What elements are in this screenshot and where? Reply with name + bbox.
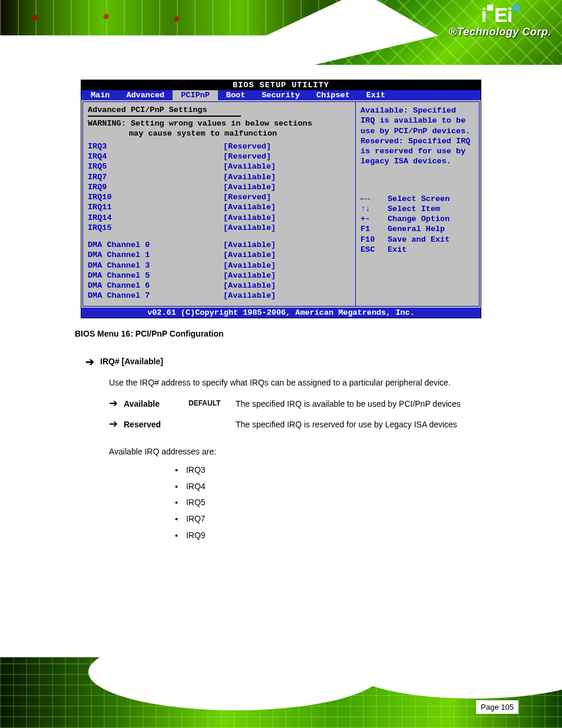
list-item: IRQ7	[175, 511, 487, 528]
bios-setting-value: [Available]	[223, 291, 276, 301]
bios-setting-row[interactable]: IRQ3[Reserved]	[88, 141, 351, 151]
bios-footer: v02.61 (C)Copyright 1985-2006, American …	[81, 308, 481, 318]
bios-tab-pcipnp[interactable]: PCIPnP	[173, 90, 218, 100]
bios-tab-chipset[interactable]: Chipset	[308, 90, 358, 100]
top-banner: iEi ®Technology Corp.	[0, 0, 562, 71]
bios-setting-value: [Reserved]	[223, 141, 271, 151]
bios-setting-row[interactable]: DMA Channel 5[Available]	[88, 271, 351, 281]
bios-setting-value: [Available]	[223, 223, 276, 233]
bios-setting-label: DMA Channel 7	[88, 291, 223, 301]
bios-setting-row[interactable]: IRQ5[Available]	[88, 162, 351, 172]
bios-setting-value: [Reserved]	[223, 192, 271, 202]
bios-setting-label: IRQ7	[88, 172, 223, 182]
brand-block: iEi ®Technology Corp.	[449, 5, 551, 38]
bios-setting-row[interactable]: DMA Channel 0[Available]	[88, 240, 351, 250]
bios-setting-row[interactable]: DMA Channel 6[Available]	[88, 281, 351, 291]
bios-setting-value: [Available]	[223, 162, 276, 172]
bios-left-pane: Advanced PCI/PnP Settings WARNING: Setti…	[82, 101, 356, 307]
bios-setting-row[interactable]: DMA Channel 1[Available]	[88, 250, 351, 260]
bios-setting-row[interactable]: IRQ14[Available]	[88, 213, 351, 223]
bios-key: ←→	[361, 194, 388, 204]
section-irq-body: Use the IRQ# address to specify what IRQ…	[109, 377, 487, 390]
brand-logo: iEi	[449, 5, 551, 25]
bios-key-desc: Exit	[388, 245, 406, 255]
list-item: IRQ5	[175, 495, 487, 511]
bios-setting-row[interactable]: DMA Channel 3[Available]	[88, 261, 351, 271]
bios-key-desc: Change Option	[388, 214, 449, 224]
bios-help-text: Available: Specified IRQ is available to…	[361, 106, 474, 167]
bios-tab-boot[interactable]: Boot	[218, 90, 253, 100]
bios-key: +-	[361, 214, 388, 224]
bios-setting-value: [Available]	[223, 172, 276, 182]
bios-setting-label: IRQ14	[88, 213, 223, 223]
bios-setting-value: [Available]	[223, 213, 276, 223]
irq-list-intro: Available IRQ addresses are:	[109, 446, 487, 459]
bios-key: ↑↓	[361, 204, 388, 214]
bios-setting-label: DMA Channel 3	[88, 261, 223, 271]
bios-section-header: Advanced PCI/PnP Settings	[88, 106, 351, 114]
divider	[88, 116, 241, 117]
bios-tab-security[interactable]: Security	[253, 90, 308, 100]
brand-tagline: ®Technology Corp.	[449, 26, 551, 38]
bios-setting-row[interactable]: IRQ11[Available]	[88, 202, 351, 212]
bios-setting-row[interactable]: IRQ10[Reserved]	[88, 192, 351, 202]
option-available-default: DEFAULT	[189, 398, 230, 409]
bios-tab-advanced[interactable]: Advanced	[118, 90, 173, 100]
bios-setting-label: DMA Channel 6	[88, 281, 223, 291]
bios-key-row: ESCExit	[361, 245, 474, 255]
bios-setting-label: IRQ10	[88, 192, 223, 202]
bios-warning: WARNING: Setting wrong values in below s…	[88, 119, 351, 139]
bios-setting-value: [Available]	[223, 240, 276, 250]
pcb-texture-left	[0, 0, 342, 35]
bios-key-desc: General Help	[388, 224, 445, 234]
bios-setting-value: [Available]	[223, 261, 276, 271]
option-available-desc: The specified IRQ is available to be use…	[236, 398, 461, 411]
bios-key: ESC	[361, 245, 388, 255]
bios-warning-line2: may cause system to malfunction	[129, 129, 277, 138]
bios-setting-row[interactable]: IRQ9[Available]	[88, 182, 351, 192]
option-available: ➔ Available DEFAULT The specified IRQ is…	[109, 398, 487, 411]
bios-setting-label: DMA Channel 1	[88, 250, 223, 260]
bios-setting-row[interactable]: IRQ15[Available]	[88, 223, 351, 233]
page-number: Page 105	[476, 700, 518, 714]
list-item: IRQ3	[175, 462, 487, 479]
option-reserved-desc: The specified IRQ is reserved for use by…	[236, 419, 457, 431]
section-irq-title: IRQ# [Available]	[100, 355, 163, 368]
bios-key-row: ←→Select Screen	[361, 194, 474, 204]
bios-setting-row[interactable]: IRQ7[Available]	[88, 172, 351, 182]
bios-setting-value: [Reserved]	[223, 151, 271, 162]
bios-key: F1	[361, 224, 388, 234]
bios-setting-row[interactable]: IRQ4[Reserved]	[88, 151, 351, 162]
bios-setting-label: IRQ3	[88, 141, 223, 151]
bios-body: Advanced PCI/PnP Settings WARNING: Setti…	[81, 100, 481, 308]
bios-setting-row[interactable]: DMA Channel 7[Available]	[88, 291, 351, 301]
bios-setting-label: DMA Channel 0	[88, 240, 223, 250]
bios-setting-label: IRQ11	[88, 202, 223, 212]
option-reserved: ➔ Reserved The specified IRQ is reserved…	[109, 419, 487, 431]
option-available-label: Available	[124, 398, 183, 411]
bios-setting-value: [Available]	[223, 250, 276, 260]
bios-setting-label: IRQ4	[88, 151, 223, 162]
bios-setting-value: [Available]	[223, 281, 276, 291]
bios-setting-value: [Available]	[223, 271, 276, 281]
bios-tab-main[interactable]: Main	[82, 90, 118, 100]
bios-setting-label: IRQ15	[88, 223, 223, 233]
bios-key-desc: Select Item	[388, 204, 440, 214]
bios-setting-label: DMA Channel 5	[88, 271, 223, 281]
bios-tab-bar: MainAdvancedPCIPnPBootSecurityChipsetExi…	[81, 90, 481, 100]
bios-key-row: F1General Help	[361, 224, 474, 234]
arrow-icon: ➔	[109, 398, 118, 409]
bios-right-pane: Available: Specified IRQ is available to…	[356, 101, 480, 307]
bottom-banner: Page 105	[0, 657, 562, 728]
bios-key-desc: Select Screen	[388, 194, 449, 204]
bios-setting-label: IRQ5	[88, 162, 223, 172]
arrow-icon: ➔	[109, 419, 118, 429]
bios-key: F10	[361, 235, 388, 245]
bios-tab-exit[interactable]: Exit	[358, 90, 394, 100]
bios-title: BIOS SETUP UTILITY	[81, 80, 481, 90]
irq-bullet-list: IRQ3IRQ4IRQ5IRQ7IRQ9	[175, 462, 487, 543]
bios-screenshot: BIOS SETUP UTILITY MainAdvancedPCIPnPBoo…	[81, 80, 481, 318]
bios-setting-value: [Available]	[223, 202, 276, 212]
bios-setting-value: [Available]	[223, 182, 276, 192]
white-wave	[88, 634, 383, 710]
